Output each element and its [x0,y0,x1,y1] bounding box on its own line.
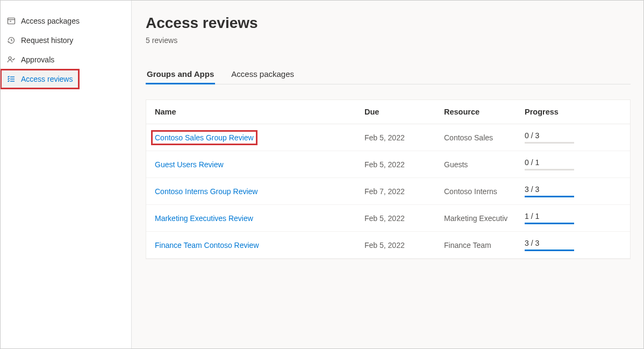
table-row: Contoso Sales Group Review Feb 5, 2022 C… [146,124,630,151]
sidebar-item-reviews[interactable]: Access reviews [1,69,79,89]
sidebar-item-label: Approvals [21,55,54,64]
review-link[interactable]: Guest Users Review [155,160,224,169]
tab-groups-and-apps[interactable]: Groups and Apps [146,66,215,84]
col-header-due[interactable]: Due [364,108,444,116]
cell-progress: 0 / 1 [525,158,621,170]
main-content: Access reviews 5 reviews Groups and Apps… [132,1,643,348]
cell-resource: Finance Team [444,241,525,250]
cell-name: Marketing Executives Review [155,214,364,223]
progress-text: 0 / 3 [525,131,621,140]
page-title: Access reviews [146,15,631,32]
cell-progress: 1 / 1 [525,212,621,224]
cell-name: Contoso Sales Group Review [155,132,364,144]
page-subtitle: 5 reviews [146,36,631,45]
progress-bar [525,142,574,144]
history-icon [7,36,16,45]
cell-due: Feb 5, 2022 [364,214,444,223]
progress-bar [525,196,574,197]
review-link[interactable]: Marketing Executives Review [155,214,253,223]
tabs: Groups and AppsAccess packages [146,66,631,84]
cell-resource: Guests [444,160,525,169]
tab-access-packages[interactable]: Access packages [230,66,295,84]
cell-due: Feb 5, 2022 [364,160,444,169]
sidebar-item-label: Access reviews [21,75,73,83]
cell-name: Contoso Interns Group Review [155,187,364,196]
table-header: Name Due Resource Progress [146,100,630,124]
sidebar-nav: Access packagesRequest historyApprovalsA… [1,1,132,348]
svg-point-3 [9,57,11,60]
cell-resource: Marketing Executiv [444,214,525,223]
table-row: Guest Users Review Feb 5, 2022 Guests 0 … [146,151,630,178]
review-link[interactable]: Finance Team Contoso Review [155,241,259,250]
progress-text: 0 / 1 [525,158,621,167]
progress-text: 3 / 3 [525,185,621,194]
progress-text: 3 / 3 [525,239,621,247]
sidebar-item-label: Access packages [21,17,80,25]
progress-bar [525,250,574,251]
table-row: Contoso Interns Group Review Feb 7, 2022… [146,178,630,205]
reviews-table: Name Due Resource Progress Contoso Sales… [146,99,631,259]
approvals-icon [7,55,16,64]
col-header-resource[interactable]: Resource [444,108,525,116]
progress-bar [525,223,574,224]
cell-resource: Contoso Interns [444,187,525,196]
table-row: Finance Team Contoso Review Feb 5, 2022 … [146,232,630,259]
progress-bar [525,169,574,170]
sidebar-item-approvals[interactable]: Approvals [1,50,131,69]
cell-resource: Contoso Sales [444,133,525,142]
cell-due: Feb 5, 2022 [364,133,444,142]
col-header-name[interactable]: Name [155,108,364,116]
col-header-progress[interactable]: Progress [525,108,621,116]
review-link[interactable]: Contoso Interns Group Review [155,187,257,196]
package-icon [7,17,16,25]
table-row: Marketing Executives Review Feb 5, 2022 … [146,205,630,232]
cell-name: Finance Team Contoso Review [155,241,364,250]
cell-due: Feb 7, 2022 [364,187,444,196]
reviews-icon [7,75,16,83]
cell-progress: 3 / 3 [525,239,621,251]
sidebar-item-package[interactable]: Access packages [1,11,131,31]
progress-text: 1 / 1 [525,212,621,220]
sidebar-item-history[interactable]: Request history [1,31,131,50]
cell-due: Feb 5, 2022 [364,241,444,250]
review-link[interactable]: Contoso Sales Group Review [153,132,256,144]
cell-name: Guest Users Review [155,160,364,169]
sidebar-item-label: Request history [21,36,73,45]
cell-progress: 0 / 3 [525,131,621,144]
cell-progress: 3 / 3 [525,185,621,197]
